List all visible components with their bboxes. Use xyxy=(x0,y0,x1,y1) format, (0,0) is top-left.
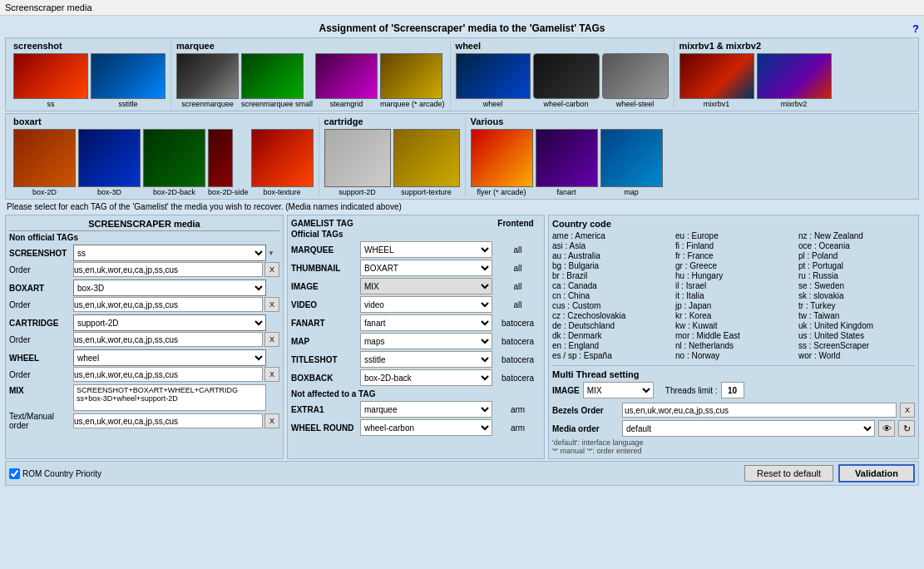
media-order-eye-btn[interactable]: 👁 xyxy=(878,420,895,437)
boxback-gamelist-label: BOXBACK xyxy=(291,374,358,383)
cc-ru: ru : Russia xyxy=(798,271,915,280)
screenshot-tag-row: SCREENSHOT ss sstitle screenmarquee whee… xyxy=(9,245,279,261)
mixrbv-section: mixrbv1 & mixrbv2 mixrbv1 mixrbv2 xyxy=(674,41,837,108)
cc-hu: hu : Hungary xyxy=(675,271,792,280)
right-column: Country code ame : America asi : Asia au… xyxy=(548,215,919,459)
media-label-wheel-carbon: wheel-carbon xyxy=(533,100,600,108)
media-item-map: map xyxy=(600,129,663,196)
cartridge-tag-select[interactable]: support-2D support-texture xyxy=(73,314,266,331)
cc-br: br : Brazil xyxy=(552,271,669,280)
thumbnail-gamelist-label: THUMBNAIL xyxy=(291,264,358,273)
media-item-wheel: wheel xyxy=(456,53,531,108)
wheel-order-input[interactable] xyxy=(73,367,263,382)
boxart-tag-select[interactable]: box-2D box-3D box-2D-back box-2D-side bo… xyxy=(73,280,266,296)
boxart-tag-label: BOXART xyxy=(9,284,72,293)
help-link[interactable]: ? xyxy=(912,22,919,35)
cartridge-section: cartridge support-2D support-texture xyxy=(319,116,466,196)
not-affected-title: Not affected to a TAG xyxy=(291,389,541,398)
media-label-flyer: flyer (* arcade) xyxy=(471,188,533,196)
non-official-title: Non official TAGs xyxy=(9,233,279,242)
reset-button[interactable]: Reset to default xyxy=(744,465,833,482)
map-frontend: batocera xyxy=(495,337,541,346)
country-col-3: nz : New Zealand oce : Oceania pl : Pola… xyxy=(798,231,915,361)
extra1-gamelist-select[interactable]: marquee xyxy=(360,401,492,418)
screenshot-order-input[interactable] xyxy=(73,262,263,277)
media-label-ss: ss xyxy=(13,100,88,108)
media-order-select[interactable]: default xyxy=(622,420,875,437)
cc-jp: jp : Japan xyxy=(675,301,792,310)
cartridge-order-row: Order X xyxy=(9,332,279,347)
marquee-gamelist-select[interactable]: WHEEL xyxy=(360,241,492,258)
thread-image-select[interactable]: MIX xyxy=(583,382,654,398)
screenshot-order-row: Order X xyxy=(9,262,279,277)
country-grid: ame : America asi : Asia au : Australia … xyxy=(552,231,915,361)
screenshot-tag-select[interactable]: ss sstitle screenmarquee wheel box-3D xyxy=(73,245,266,261)
wheel-order-label: Order xyxy=(9,370,72,379)
media-order-refresh-btn[interactable]: ↻ xyxy=(898,420,915,437)
map-gamelist-select[interactable]: maps xyxy=(360,333,492,349)
cc-tr: tr : Turkey xyxy=(798,301,915,310)
media-item-mixrbv1: mixrbv1 xyxy=(679,53,754,108)
screenshot-tag-label: SCREENSHOT xyxy=(9,249,72,258)
cc-fr: fr : France xyxy=(675,251,792,260)
bezels-x-btn[interactable]: X xyxy=(900,403,915,418)
media-item-flyer: flyer (* arcade) xyxy=(471,129,533,196)
media-item-box-2d-side: box-2D-side xyxy=(208,129,249,196)
rom-checkbox[interactable] xyxy=(9,468,20,479)
frontend-header: Frontend xyxy=(491,219,541,228)
header-title-row: Assignment of 'Screenscraper' media to t… xyxy=(5,22,919,34)
thumbnail-gamelist-select[interactable]: BOXART xyxy=(360,260,492,276)
header-title: Assignment of 'Screenscraper' media to t… xyxy=(319,22,605,34)
media-item-screenmarquee-small: screenmarquee small xyxy=(241,53,313,108)
image-gamelist-select[interactable]: MIX xyxy=(360,278,492,294)
boxback-gamelist-select[interactable]: box-2D-back xyxy=(360,369,492,386)
media-label-wheel-steel: wheel-steel xyxy=(602,100,669,108)
boxart-order-input[interactable] xyxy=(73,297,263,312)
media-label-sstitle: sstitle xyxy=(91,100,166,108)
titleshot-gamelist-select[interactable]: sstitle xyxy=(360,351,492,368)
gamelist-tag-header: GAMELIST TAG xyxy=(291,219,358,228)
mix-sub-value: ss+box-3D+wheel+support-2D xyxy=(77,394,263,403)
cc-ss: ss : ScreenScraper xyxy=(798,341,915,350)
wheel-tag-select[interactable]: wheel wheel-carbon wheel-steel xyxy=(73,349,266,366)
mix-order-input[interactable] xyxy=(73,413,263,428)
mix-order-row: Text/Manual order X xyxy=(9,412,279,430)
media-label-mixrbv1: mixrbv1 xyxy=(679,100,754,108)
left-col-title: SCREENSCRAPER media xyxy=(9,219,279,231)
multi-thread-section: Multi Thread setting IMAGE MIX Threads l… xyxy=(552,365,915,398)
marquee-frontend: all xyxy=(495,245,541,255)
bezels-input[interactable] xyxy=(622,403,897,418)
media-label-box2d-back: box-2D-back xyxy=(143,188,205,196)
mix-order-x-btn[interactable]: X xyxy=(264,413,279,428)
cartridge-order-x-btn[interactable]: X xyxy=(264,332,279,347)
boxart-order-x-btn[interactable]: X xyxy=(264,297,279,312)
extra1-frontend: arm xyxy=(495,405,541,414)
wheelround-gamelist-row: WHEEL ROUND wheel-carbon arm xyxy=(291,419,541,436)
media-label-box2d: box-2D xyxy=(13,188,76,196)
rom-checkbox-label[interactable]: ROM Country Priority xyxy=(9,468,101,479)
fanart-gamelist-select[interactable]: fanart xyxy=(360,314,492,331)
wheelround-gamelist-select[interactable]: wheel-carbon xyxy=(360,419,492,436)
wheel-order-x-btn[interactable]: X xyxy=(264,367,279,382)
wheel-section: wheel wheel wheel-carbon wheel-steel xyxy=(451,41,674,108)
cartridge-order-input[interactable] xyxy=(73,332,263,347)
fanart-frontend: batocera xyxy=(495,319,541,328)
cartridge-tag-label: CARTRIDGE xyxy=(9,319,72,328)
video-gamelist-row: VIDEO video all xyxy=(291,296,541,313)
various-section: Various flyer (* arcade) fanart map xyxy=(466,116,668,196)
cc-it: it : Italia xyxy=(675,291,792,300)
validation-button[interactable]: Validation xyxy=(838,464,915,482)
cc-fi: fi : Finland xyxy=(675,241,792,250)
image-frontend: all xyxy=(495,282,541,291)
media-item-mixrbv2: mixrbv2 xyxy=(757,53,832,108)
media-item-fanart: fanart xyxy=(536,129,598,196)
cc-uk: uk : United Kingdom xyxy=(798,321,915,330)
boxart-tag-row: BOXART box-2D box-3D box-2D-back box-2D-… xyxy=(9,280,279,296)
video-gamelist-select[interactable]: video xyxy=(360,296,492,313)
media-item-wheel-steel: wheel-steel xyxy=(602,53,669,108)
cc-tw: tw : Taiwan xyxy=(798,311,915,320)
screenshot-order-x-btn[interactable]: X xyxy=(264,262,279,277)
thread-row: IMAGE MIX Threads limit : 10 xyxy=(552,382,915,398)
cc-il: il : Israel xyxy=(675,281,792,290)
wheel-tag-label: WHEEL xyxy=(9,354,72,363)
